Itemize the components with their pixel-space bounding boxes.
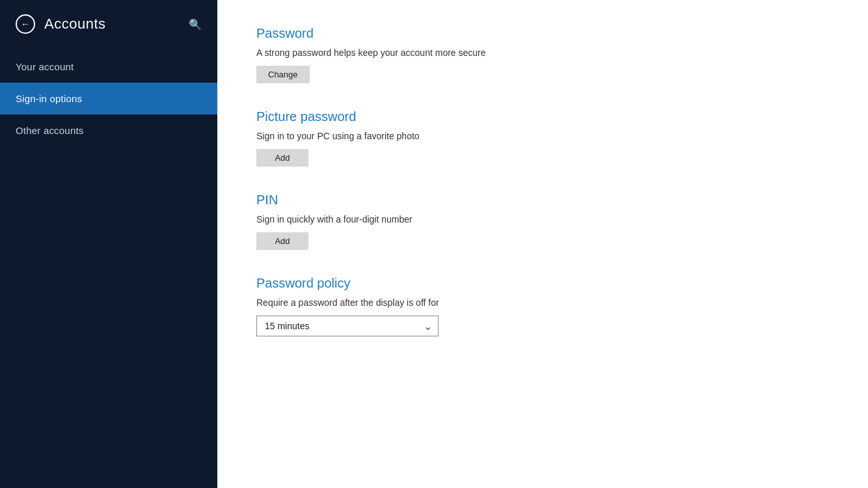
password-policy-section-title: Password policy [256,276,829,291]
back-arrow-icon: ← [21,20,30,29]
password-section-title: Password [256,26,829,41]
pin-section: PIN Sign in quickly with a four-digit nu… [256,193,829,250]
sidebar-item-other-accounts[interactable]: Other accounts [0,115,217,146]
sidebar-title: Accounts [44,16,106,33]
sidebar-nav: Your account Sign-in options Other accou… [0,51,217,146]
password-policy-section: Password policy Require a password after… [256,276,829,336]
sidebar-header: ← Accounts 🔍 [0,0,217,46]
picture-password-section-title: Picture password [256,109,829,124]
pin-section-title: PIN [256,193,829,208]
password-policy-dropdown-container: 1 minute 2 minutes 5 minutes 15 minutes … [256,316,439,336]
password-policy-dropdown[interactable]: 1 minute 2 minutes 5 minutes 15 minutes … [256,316,439,336]
sidebar-header-left: ← Accounts [16,14,106,34]
back-button[interactable]: ← [16,14,35,34]
password-change-button[interactable]: Change [256,66,310,83]
main-content: Password A strong password helps keep yo… [217,0,868,488]
password-description: A strong password helps keep your accoun… [256,47,829,58]
pin-description: Sign in quickly with a four-digit number [256,214,829,224]
picture-password-description: Sign in to your PC using a favorite phot… [256,131,829,141]
sidebar-item-sign-in-options[interactable]: Sign-in options [0,83,217,115]
picture-password-section: Picture password Sign in to your PC usin… [256,109,829,167]
password-policy-description: Require a password after the display is … [256,297,829,308]
search-icon[interactable]: 🔍 [189,18,202,31]
picture-password-add-button[interactable]: Add [256,149,308,167]
pin-add-button[interactable]: Add [256,232,308,250]
password-section: Password A strong password helps keep yo… [256,26,829,83]
sidebar: ← Accounts 🔍 Your account Sign-in option… [0,0,217,488]
sidebar-item-your-account[interactable]: Your account [0,51,217,83]
